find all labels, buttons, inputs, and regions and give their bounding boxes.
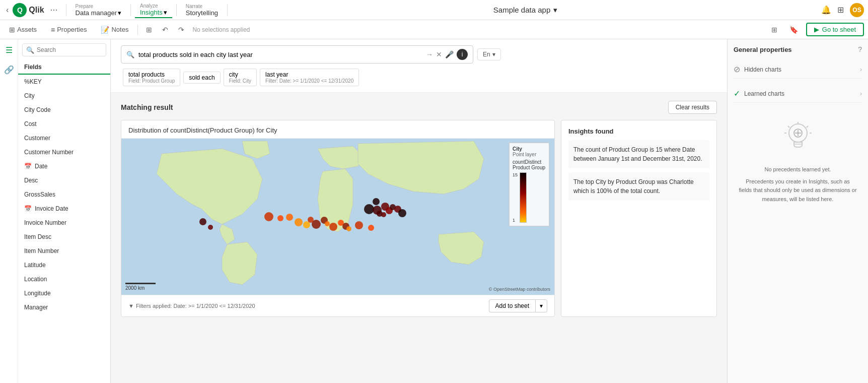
list-item[interactable]: %KEY (18, 75, 110, 89)
add-to-sheet-button[interactable]: Add to sheet (489, 299, 535, 312)
map-dot[interactable] (277, 215, 283, 221)
chart-title: Distribution of countDistinct(Product Gr… (121, 120, 554, 139)
search-input[interactable] (138, 51, 422, 58)
map-dot[interactable] (381, 212, 386, 217)
qlik-logo: Q Qlik (13, 3, 44, 17)
filter-icon: ▼ (128, 303, 134, 309)
qlik-logo-mark: Q (13, 3, 27, 17)
list-item[interactable]: GrossSales (18, 187, 110, 202)
map-dot[interactable] (295, 218, 303, 226)
sidebar-layers-icon[interactable]: ☰ (4, 43, 15, 57)
sidebar-link-icon[interactable]: 🔗 (2, 63, 16, 77)
search-action-icons: → ✕ 🎤 i (426, 49, 468, 60)
list-item[interactable]: City Code (18, 103, 110, 117)
list-item[interactable]: Item Desc (18, 230, 110, 244)
map-container[interactable]: City Point layer countDistinct Product G… (121, 139, 554, 295)
insights-title: Insights found (568, 127, 709, 135)
map-dot[interactable] (373, 198, 380, 205)
map-dot[interactable] (346, 226, 351, 231)
map-dot[interactable] (199, 218, 206, 225)
map-scale: 2000 km (125, 283, 156, 291)
assets-tab-icon: ⊞ (9, 26, 15, 34)
map-dot[interactable] (329, 223, 337, 231)
sidebar-item-location[interactable]: Location (18, 272, 110, 286)
nav-insights-section[interactable]: Analyze Insights ▾ (135, 2, 172, 18)
map-legend: City Point layer countDistinct Product G… (509, 143, 549, 226)
list-item[interactable]: Desc (18, 173, 110, 187)
layout-toggle-icon[interactable]: ⊞ (767, 24, 781, 36)
add-to-sheet-group: Add to sheet ▾ (489, 299, 547, 312)
more-options-icon[interactable]: ··· (50, 5, 58, 15)
list-item[interactable]: Item Number (18, 244, 110, 258)
result-area: Matching result Clear results Distributi… (111, 93, 727, 383)
redo-icon[interactable]: ↷ (174, 24, 188, 36)
map-dot[interactable] (286, 214, 293, 221)
search-area: 🔍 → ✕ 🎤 i En ▾ total products (111, 39, 727, 93)
back-button[interactable]: ‹ (4, 4, 11, 17)
insights-dropdown-icon: ▾ (164, 9, 167, 16)
search-tokens-row: total products Field: Product Group sold… (121, 69, 717, 86)
hidden-charts-row[interactable]: ⊘ Hidden charts › (734, 60, 862, 79)
map-dot[interactable] (398, 209, 406, 217)
list-item[interactable]: Longitude (18, 286, 110, 300)
list-item[interactable]: Manager (18, 300, 110, 314)
sidebar-icon-strip: ☰ 🔗 (0, 39, 18, 383)
map-dot[interactable] (368, 225, 374, 231)
app-title-area[interactable]: Sample data app ▾ (232, 6, 819, 15)
learned-charts-label: ✓ Learned charts (734, 89, 784, 98)
no-precedents-label: No precedents learned yet. (739, 165, 857, 174)
list-item[interactable]: Customer Number (18, 145, 110, 159)
list-item[interactable]: 📅Invoice Date (18, 202, 110, 216)
list-item[interactable]: Latitude (18, 258, 110, 272)
search-submit-icon[interactable]: → (426, 50, 433, 58)
assets-tab[interactable]: ⊞ Assets (4, 24, 42, 36)
properties-tab[interactable]: ≡ Properties (46, 24, 92, 36)
learned-charts-empty-state: No precedents learned yet. Precedents yo… (734, 109, 862, 214)
add-to-sheet-dropdown-button[interactable]: ▾ (535, 299, 547, 312)
lang-chevron: ▾ (492, 51, 495, 58)
list-item[interactable]: Invoice Number (18, 216, 110, 230)
search-box[interactable]: 🔍 → ✕ 🎤 i (121, 45, 473, 63)
selection-mode-icon[interactable]: ⊞ (142, 24, 156, 36)
fields-section-label: Fields (18, 60, 110, 75)
second-toolbar: ⊞ Assets ≡ Properties 📝 Notes ⊞ ↶ ↷ No s… (0, 20, 868, 39)
search-clear-icon[interactable]: ✕ (436, 50, 442, 58)
help-icon[interactable]: ? (858, 45, 862, 53)
toolbar-separator (137, 25, 138, 35)
list-item[interactable]: City (18, 89, 110, 103)
clear-results-button[interactable]: Clear results (668, 101, 717, 114)
list-item[interactable]: Customer (18, 131, 110, 145)
legend-values: 15 1 (513, 172, 518, 223)
language-button[interactable]: En ▾ (477, 48, 501, 60)
prepare-sub-label: Prepare (76, 4, 121, 9)
toolbar-right-icons: ⊞ 🔖 ▶ Go to sheet (767, 23, 864, 36)
learned-charts-row[interactable]: ✓ Learned charts › (734, 85, 862, 103)
sidebar-search-input[interactable] (22, 43, 106, 56)
map-dot[interactable] (208, 225, 213, 230)
bookmark-list-icon[interactable]: 🔖 (785, 24, 802, 36)
list-item[interactable]: Cost (18, 117, 110, 131)
nav-divider-1 (66, 4, 66, 16)
legend-min: 1 (513, 218, 518, 223)
user-avatar[interactable]: OS (850, 3, 864, 17)
legend-dimension: Product Group (513, 165, 546, 170)
notes-tab[interactable]: 📝 Notes (96, 24, 133, 36)
go-to-sheet-button[interactable]: ▶ Go to sheet (806, 23, 864, 36)
nav-prepare-section[interactable]: Prepare Data manager ▾ (70, 3, 126, 18)
token-city-field: Field: City (229, 78, 251, 84)
legend-measure: countDistinct (513, 159, 546, 165)
search-mic-icon[interactable]: 🎤 (445, 50, 454, 58)
search-info-icon[interactable]: i (457, 49, 468, 60)
right-panel: General properties ? ⊘ Hidden charts › ✓… (727, 39, 868, 383)
grid-apps-icon[interactable]: ⊞ (837, 5, 844, 15)
map-dot[interactable] (312, 220, 321, 229)
token-city-text: city (229, 71, 251, 78)
map-dot[interactable] (264, 212, 273, 221)
nav-divider-3 (176, 4, 177, 16)
map-dot[interactable] (355, 221, 363, 229)
nav-narrate-section[interactable]: Narrate Storytelling (181, 3, 223, 18)
list-item[interactable]: 📅Date (18, 159, 110, 173)
undo-icon[interactable]: ↶ (158, 24, 172, 36)
scale-line (125, 283, 156, 284)
bell-icon[interactable]: 🔔 (821, 5, 831, 15)
